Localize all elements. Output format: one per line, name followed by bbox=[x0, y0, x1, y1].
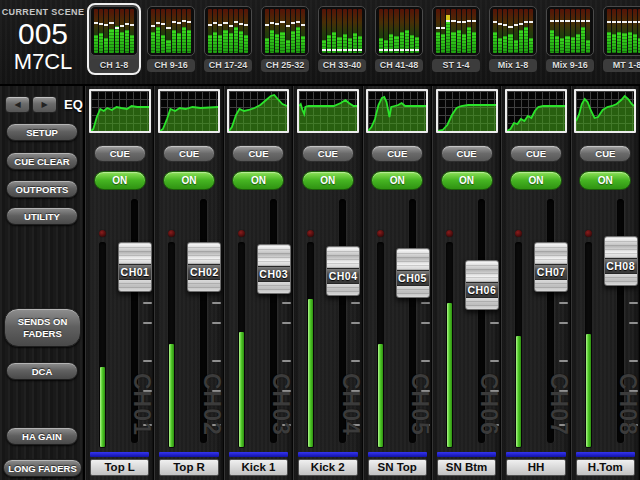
on-button[interactable]: ON bbox=[302, 171, 354, 190]
channel-number-ghost: CH01 bbox=[130, 373, 153, 436]
bank-ch-25-32[interactable]: CH 25-32 bbox=[258, 3, 312, 75]
ha-gain-button[interactable]: HA GAIN bbox=[6, 427, 78, 445]
fader-handle[interactable]: CH05 bbox=[396, 248, 430, 298]
fader-handle[interactable]: CH07 bbox=[534, 242, 568, 292]
fader-position-mark bbox=[213, 22, 217, 24]
fader-position-mark bbox=[565, 20, 569, 22]
fader-position-mark bbox=[130, 24, 134, 26]
channel-name[interactable]: Kick 2 bbox=[298, 459, 357, 476]
fader-position-mark bbox=[301, 24, 305, 26]
eq-thumbnail[interactable] bbox=[505, 89, 567, 133]
fader-position-mark bbox=[571, 20, 575, 22]
on-button[interactable]: ON bbox=[579, 171, 631, 190]
bank-ch-1-8[interactable]: CH 1-8 bbox=[87, 3, 141, 75]
cue-button[interactable]: CUE bbox=[510, 145, 562, 162]
channel-meter bbox=[377, 242, 384, 448]
mini-meter-fill bbox=[218, 35, 222, 53]
channel-name[interactable]: Kick 1 bbox=[229, 459, 288, 476]
fader-scale-tick bbox=[559, 322, 568, 324]
fader-position-mark bbox=[389, 49, 393, 51]
fader-position-mark bbox=[384, 49, 388, 51]
on-button[interactable]: ON bbox=[371, 171, 423, 190]
mini-meter-fill bbox=[322, 40, 326, 53]
cue-button[interactable]: CUE bbox=[94, 145, 146, 162]
prev-page-button[interactable]: ◀ bbox=[5, 96, 30, 113]
fader-handle[interactable]: CH06 bbox=[465, 260, 499, 310]
eq-thumbnail[interactable] bbox=[297, 89, 359, 133]
scene-display[interactable]: CURRENT SCENE 005 M7CL bbox=[0, 0, 86, 84]
cue-button[interactable]: CUE bbox=[232, 145, 284, 162]
fader-position-mark bbox=[218, 24, 222, 26]
mini-meter-fill bbox=[130, 35, 134, 53]
mini-meter-bar bbox=[156, 9, 160, 53]
fader-scale-tick bbox=[282, 360, 291, 362]
cue-button[interactable]: CUE bbox=[302, 145, 354, 162]
eq-thumbnail[interactable] bbox=[227, 89, 289, 133]
fader-handle-label: CH04 bbox=[327, 268, 359, 284]
page-nav: ◀ ▶ EQ bbox=[5, 96, 83, 113]
fader-handle[interactable]: CH01 bbox=[118, 242, 152, 292]
channel-number-ghost: CH08 bbox=[616, 373, 639, 436]
bank-ch-41-48[interactable]: CH 41-48 bbox=[372, 3, 426, 75]
cue-clear-button[interactable]: CUE CLEAR bbox=[6, 152, 78, 170]
channel-name[interactable]: HH bbox=[506, 459, 565, 476]
on-button[interactable]: ON bbox=[163, 171, 215, 190]
on-button[interactable]: ON bbox=[232, 171, 284, 190]
mini-meter-bar bbox=[109, 9, 113, 53]
channel-meter-fill bbox=[378, 344, 383, 447]
bank-ch-9-16[interactable]: CH 9-16 bbox=[144, 3, 198, 75]
setup-button[interactable]: SETUP bbox=[6, 123, 78, 141]
on-button[interactable]: ON bbox=[94, 171, 146, 190]
sends-on-faders-button[interactable]: SENDS ON FADERS bbox=[4, 308, 81, 347]
cue-button[interactable]: CUE bbox=[163, 145, 215, 162]
cue-button[interactable]: CUE bbox=[441, 145, 493, 162]
fader-position-mark bbox=[104, 24, 108, 26]
bank-mt-1-8[interactable]: MT 1-8 bbox=[600, 3, 640, 75]
fader-handle[interactable]: CH04 bbox=[326, 246, 360, 296]
eq-thumbnail[interactable] bbox=[574, 89, 636, 133]
on-button[interactable]: ON bbox=[441, 171, 493, 190]
mini-meter-bar bbox=[622, 9, 626, 53]
fader-scale-tick bbox=[212, 360, 221, 362]
channel-color-bar bbox=[576, 452, 635, 457]
clip-led bbox=[238, 230, 245, 237]
fader-handle[interactable]: CH03 bbox=[257, 244, 291, 294]
channel-name[interactable]: SN Btm bbox=[437, 459, 496, 476]
utility-button[interactable]: UTILITY bbox=[6, 207, 78, 225]
mini-meter-fill bbox=[275, 34, 279, 53]
fader-handle[interactable]: CH08 bbox=[604, 236, 638, 286]
channel-strip-ch01: CUEONCH01CH01Top L bbox=[85, 86, 154, 480]
outports-button[interactable]: OUTPORTS bbox=[6, 180, 78, 198]
fader-handle[interactable]: CH02 bbox=[187, 242, 221, 292]
bank-mix-1-8[interactable]: Mix 1-8 bbox=[486, 3, 540, 75]
fader-handle-label: CH07 bbox=[535, 264, 567, 280]
fader-position-mark bbox=[296, 21, 300, 23]
fader-scale-tick bbox=[143, 302, 152, 304]
dca-button[interactable]: DCA bbox=[6, 362, 78, 380]
channel-name[interactable]: Top R bbox=[159, 459, 218, 476]
mini-meter-fill bbox=[177, 33, 181, 53]
eq-thumbnail[interactable] bbox=[366, 89, 428, 133]
next-page-button[interactable]: ▶ bbox=[32, 96, 57, 113]
channel-name[interactable]: SN Top bbox=[368, 459, 427, 476]
on-button[interactable]: ON bbox=[510, 171, 562, 190]
cue-button[interactable]: CUE bbox=[371, 145, 423, 162]
bank-ch-17-24[interactable]: CH 17-24 bbox=[201, 3, 255, 75]
mini-meter-bar bbox=[213, 9, 217, 53]
bank-st-1-4[interactable]: ST 1-4 bbox=[429, 3, 483, 75]
bank-mix-9-16[interactable]: Mix 9-16 bbox=[543, 3, 597, 75]
mini-meter-bar bbox=[586, 9, 590, 53]
eq-thumbnail[interactable] bbox=[158, 89, 220, 133]
long-faders-button[interactable]: LONG FADERS bbox=[3, 459, 82, 477]
fader-position-mark bbox=[161, 23, 165, 25]
fader-position-mark bbox=[493, 21, 497, 23]
mini-meter-fill bbox=[493, 32, 497, 53]
bank-ch-33-40[interactable]: CH 33-40 bbox=[315, 3, 369, 75]
eq-thumbnail[interactable] bbox=[89, 89, 151, 133]
eq-thumbnail[interactable] bbox=[436, 89, 498, 133]
mini-meter-bar bbox=[286, 9, 290, 53]
channel-name[interactable]: H.Tom bbox=[576, 459, 635, 476]
channel-name[interactable]: Top L bbox=[90, 459, 149, 476]
cue-button[interactable]: CUE bbox=[579, 145, 631, 162]
clip-led bbox=[168, 230, 175, 237]
